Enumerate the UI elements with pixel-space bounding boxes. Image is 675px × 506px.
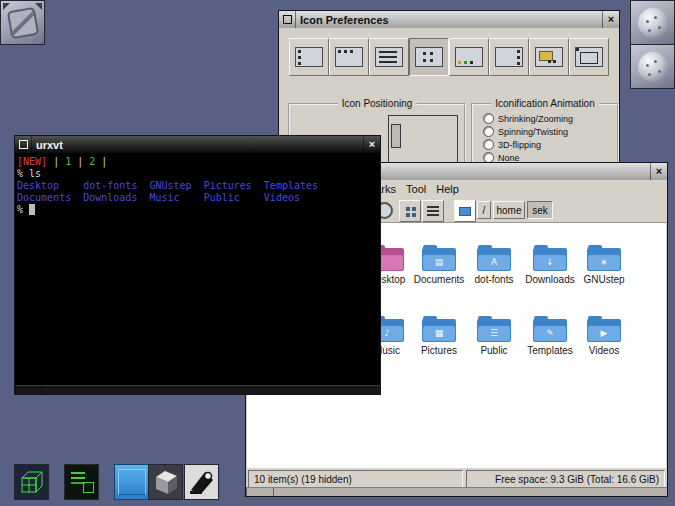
menu-tool[interactable]: Tool	[406, 183, 426, 195]
status-item-count: 10 item(s) (19 hidden)	[248, 470, 463, 488]
preset-left-column-icon	[295, 47, 323, 67]
clip-arrow-icon	[35, 3, 42, 10]
folder-label: Public	[468, 345, 520, 356]
folder-item-public[interactable]: ☰ Public	[468, 316, 520, 356]
sphere-appicon	[638, 8, 668, 38]
dock-appicon-sphere-1[interactable]	[630, 0, 675, 45]
appicon-blue-window[interactable]	[114, 464, 149, 500]
window-title: Icon Preferences	[296, 14, 393, 26]
folder-icon: ✎	[533, 316, 567, 343]
miniaturize-button[interactable]	[15, 136, 32, 153]
folder-item-pictures[interactable]: ▦ Pictures	[413, 316, 465, 356]
close-button[interactable]: ×	[650, 163, 667, 180]
folder-label: Templates	[524, 345, 576, 356]
preset-right-column-icon	[495, 47, 523, 67]
folder-label: dot-fonts	[468, 274, 520, 285]
preset-screen-icon	[575, 47, 603, 67]
close-icon: ×	[656, 166, 662, 177]
preset-grid-icon	[415, 47, 443, 67]
folder-icon: ▶	[587, 316, 621, 343]
icon-view-icon	[406, 207, 410, 211]
paperclip-tile-icon	[6, 6, 38, 38]
radio-icon	[483, 139, 494, 150]
miniaturize-icon	[19, 140, 28, 149]
clip-arrow-icon	[3, 3, 10, 10]
folder-item-videos[interactable]: ▶ Videos	[578, 316, 630, 356]
dock-clip-tile[interactable]	[0, 0, 45, 45]
close-icon: ×	[369, 139, 375, 150]
path-folder-button[interactable]	[454, 200, 476, 222]
appicon-terminal-cube[interactable]	[64, 464, 99, 500]
icon-position-handle[interactable]	[391, 124, 401, 148]
command-line: % ls	[17, 168, 380, 180]
radio-3d-flipping[interactable]: 3D-flipping	[483, 139, 541, 150]
preset-top-row-icon	[335, 47, 363, 67]
folder-item-gnustep[interactable]: ∗ GNUstep	[578, 245, 630, 285]
preset-list-icon	[375, 47, 403, 67]
desktop: Icon Preferences × Icon Positioning Icon…	[0, 0, 675, 506]
folder-button-icon	[459, 207, 471, 216]
iconification-animation-group-label: Iconification Animation	[491, 98, 599, 109]
folder-label: Documents	[413, 274, 465, 285]
speaker-horn-icon	[187, 467, 217, 497]
positioning-preset-button-1[interactable]	[289, 38, 329, 76]
path-segment-current[interactable]: sek	[527, 201, 553, 219]
ls-output-row-2: Documents Downloads Music Public Videos	[17, 192, 380, 204]
miniaturize-button[interactable]	[279, 11, 296, 28]
folder-icon: ↓	[533, 245, 567, 272]
folder-label: Pictures	[413, 345, 465, 356]
folder-icon: ∗	[587, 245, 621, 272]
preset-bottom-row-icon	[455, 47, 483, 67]
text-cursor	[29, 204, 35, 215]
path-segment-home[interactable]: home	[493, 201, 525, 219]
appicon-speaker[interactable]	[184, 464, 219, 500]
folder-icon: ☰	[477, 316, 511, 343]
folder-label: Videos	[578, 345, 630, 356]
radio-shrinking-zooming[interactable]: Shrinking/Zooming	[483, 113, 573, 124]
radio-spinning-twisting[interactable]: Spinning/Twisting	[483, 126, 568, 137]
folder-item-documents[interactable]: ▤ Documents	[413, 245, 465, 285]
resize-bar[interactable]	[246, 487, 667, 496]
positioning-preset-button-5[interactable]	[449, 38, 489, 76]
folder-icon: A	[477, 245, 511, 272]
positioning-preset-button-3[interactable]	[369, 38, 409, 76]
prompt-line: %	[17, 204, 380, 216]
terminal-titlebar[interactable]: urxvt ×	[15, 136, 380, 153]
green-wireframe-cube-icon	[18, 468, 46, 496]
folder-item-downloads[interactable]: ↓ Downloads	[524, 245, 576, 285]
screen-status-line: [NEW] | 1 | 2 |	[17, 156, 380, 168]
gray-cube-icon	[152, 468, 180, 496]
preset-folder-icon	[535, 47, 563, 67]
positioning-preset-button-7[interactable]	[529, 38, 569, 76]
folder-item-dot-fonts[interactable]: A dot-fonts	[468, 245, 520, 285]
positioning-preset-button-4-selected[interactable]	[409, 38, 449, 76]
positioning-preset-button-8[interactable]	[569, 38, 609, 76]
appicon-gray-cube[interactable]	[148, 464, 183, 500]
icon-preferences-titlebar[interactable]: Icon Preferences ×	[279, 11, 619, 28]
folder-icon: ▦	[422, 316, 456, 343]
dock-appicon-sphere-2[interactable]	[630, 44, 675, 89]
ls-output-row-1: Desktop dot-fonts GNUstep Pictures Templ…	[17, 180, 380, 192]
icon-position-preview[interactable]	[388, 115, 458, 163]
sphere-appicon	[638, 52, 668, 82]
folder-label: Downloads	[524, 274, 576, 285]
status-free-space: Free space: 9.3 GiB (Total: 16.6 GiB)	[466, 470, 665, 488]
folder-item-templates[interactable]: ✎ Templates	[524, 316, 576, 356]
close-button[interactable]: ×	[602, 11, 619, 28]
icon-positioning-group-label: Icon Positioning	[338, 98, 417, 109]
radio-icon	[483, 113, 494, 124]
appicon-wireframe-cube[interactable]	[14, 464, 49, 500]
resize-bar[interactable]	[15, 385, 380, 394]
folder-label: GNUstep	[578, 274, 630, 285]
close-button[interactable]: ×	[363, 136, 380, 153]
icon-view-button[interactable]	[399, 200, 421, 222]
path-segment-root[interactable]: /	[477, 201, 491, 219]
positioning-preset-button-6[interactable]	[489, 38, 529, 76]
radio-icon	[483, 126, 494, 137]
menu-help[interactable]: Help	[436, 183, 459, 195]
list-view-button[interactable]	[422, 200, 444, 222]
folder-icon: ▤	[422, 245, 456, 272]
terminal-cube-icon	[69, 469, 95, 495]
positioning-preset-button-2[interactable]	[329, 38, 369, 76]
terminal-content[interactable]: [NEW] | 1 | 2 | % ls Desktop dot-fonts G…	[15, 153, 380, 386]
